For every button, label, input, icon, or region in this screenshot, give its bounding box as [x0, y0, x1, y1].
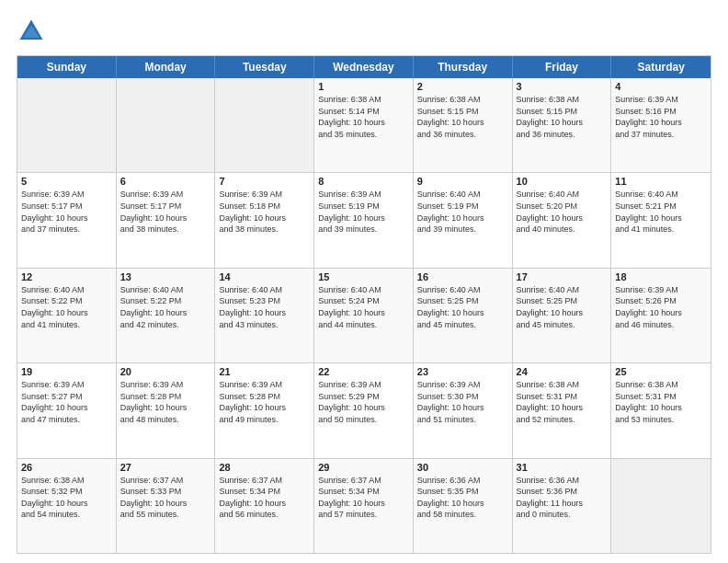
day-number: 28	[219, 462, 310, 473]
calendar-day: 5Sunrise: 6:39 AM Sunset: 5:17 PM Daylig…	[17, 173, 117, 267]
logo-icon	[17, 17, 46, 46]
calendar-day: 15Sunrise: 6:40 AM Sunset: 5:24 PM Dayli…	[314, 269, 414, 362]
calendar-day: 24Sunrise: 6:38 AM Sunset: 5:31 PM Dayli…	[513, 363, 612, 457]
day-info: Sunrise: 6:39 AM Sunset: 5:28 PM Dayligh…	[219, 379, 310, 425]
day-info: Sunrise: 6:40 AM Sunset: 5:23 PM Dayligh…	[219, 284, 310, 330]
day-info: Sunrise: 6:40 AM Sunset: 5:20 PM Dayligh…	[517, 189, 608, 235]
day-number: 8	[318, 176, 409, 187]
day-info: Sunrise: 6:38 AM Sunset: 5:15 PM Dayligh…	[517, 94, 608, 140]
day-number: 12	[21, 271, 112, 282]
day-number: 2	[417, 81, 508, 92]
day-number: 18	[615, 271, 707, 282]
calendar-header: SundayMondayTuesdayWednesdayThursdayFrid…	[17, 56, 711, 78]
calendar-day: 21Sunrise: 6:39 AM Sunset: 5:28 PM Dayli…	[215, 363, 314, 457]
logo	[17, 17, 51, 46]
day-info: Sunrise: 6:39 AM Sunset: 5:28 PM Dayligh…	[120, 379, 211, 425]
day-info: Sunrise: 6:40 AM Sunset: 5:25 PM Dayligh…	[417, 284, 508, 330]
day-number: 11	[615, 176, 707, 187]
calendar-day: 29Sunrise: 6:37 AM Sunset: 5:34 PM Dayli…	[314, 459, 414, 553]
calendar-day: 23Sunrise: 6:39 AM Sunset: 5:30 PM Dayli…	[414, 363, 513, 457]
day-number: 14	[219, 271, 310, 282]
day-number: 26	[21, 462, 112, 473]
calendar-row: 12Sunrise: 6:40 AM Sunset: 5:22 PM Dayli…	[17, 269, 711, 363]
calendar-day: 9Sunrise: 6:40 AM Sunset: 5:19 PM Daylig…	[414, 173, 513, 267]
day-number: 1	[318, 81, 409, 92]
day-info: Sunrise: 6:38 AM Sunset: 5:31 PM Dayligh…	[517, 379, 608, 425]
day-number: 19	[21, 366, 112, 377]
page: SundayMondayTuesdayWednesdayThursdayFrid…	[0, 0, 728, 563]
calendar-day: 2Sunrise: 6:38 AM Sunset: 5:15 PM Daylig…	[414, 78, 513, 172]
calendar-day: 22Sunrise: 6:39 AM Sunset: 5:29 PM Dayli…	[314, 363, 414, 457]
day-info: Sunrise: 6:38 AM Sunset: 5:15 PM Dayligh…	[417, 94, 508, 140]
calendar-day: 6Sunrise: 6:39 AM Sunset: 5:17 PM Daylig…	[117, 173, 216, 267]
day-number: 27	[120, 462, 211, 473]
day-number: 7	[219, 176, 310, 187]
weekday-header: Wednesday	[314, 56, 414, 78]
day-info: Sunrise: 6:40 AM Sunset: 5:21 PM Dayligh…	[615, 189, 707, 235]
day-number: 21	[219, 366, 310, 377]
calendar-day: 31Sunrise: 6:36 AM Sunset: 5:36 PM Dayli…	[513, 459, 612, 553]
day-number: 9	[417, 176, 508, 187]
day-info: Sunrise: 6:40 AM Sunset: 5:22 PM Dayligh…	[21, 284, 112, 330]
calendar-day: 13Sunrise: 6:40 AM Sunset: 5:22 PM Dayli…	[117, 269, 216, 362]
day-info: Sunrise: 6:36 AM Sunset: 5:36 PM Dayligh…	[517, 475, 608, 521]
day-info: Sunrise: 6:37 AM Sunset: 5:34 PM Dayligh…	[318, 475, 409, 521]
day-info: Sunrise: 6:40 AM Sunset: 5:22 PM Dayligh…	[120, 284, 211, 330]
calendar-empty	[117, 78, 216, 172]
calendar: SundayMondayTuesdayWednesdayThursdayFrid…	[17, 55, 711, 554]
day-number: 13	[120, 271, 211, 282]
calendar-day: 16Sunrise: 6:40 AM Sunset: 5:25 PM Dayli…	[414, 269, 513, 362]
weekday-header: Thursday	[414, 56, 513, 78]
day-info: Sunrise: 6:39 AM Sunset: 5:17 PM Dayligh…	[120, 189, 211, 235]
calendar-day: 8Sunrise: 6:39 AM Sunset: 5:19 PM Daylig…	[314, 173, 414, 267]
day-info: Sunrise: 6:39 AM Sunset: 5:27 PM Dayligh…	[21, 379, 112, 425]
calendar-row: 26Sunrise: 6:38 AM Sunset: 5:32 PM Dayli…	[17, 459, 711, 553]
day-info: Sunrise: 6:36 AM Sunset: 5:35 PM Dayligh…	[417, 475, 508, 521]
day-info: Sunrise: 6:39 AM Sunset: 5:30 PM Dayligh…	[417, 379, 508, 425]
day-info: Sunrise: 6:38 AM Sunset: 5:31 PM Dayligh…	[615, 379, 707, 425]
day-number: 10	[517, 176, 608, 187]
calendar-day: 11Sunrise: 6:40 AM Sunset: 5:21 PM Dayli…	[611, 173, 711, 267]
weekday-header: Tuesday	[215, 56, 314, 78]
day-info: Sunrise: 6:40 AM Sunset: 5:24 PM Dayligh…	[318, 284, 409, 330]
day-number: 22	[318, 366, 409, 377]
day-number: 23	[417, 366, 508, 377]
day-info: Sunrise: 6:37 AM Sunset: 5:34 PM Dayligh…	[219, 475, 310, 521]
calendar-empty	[215, 78, 314, 172]
calendar-row: 19Sunrise: 6:39 AM Sunset: 5:27 PM Dayli…	[17, 363, 711, 458]
day-number: 29	[318, 462, 409, 473]
calendar-row: 5Sunrise: 6:39 AM Sunset: 5:17 PM Daylig…	[17, 173, 711, 268]
calendar-day: 19Sunrise: 6:39 AM Sunset: 5:27 PM Dayli…	[17, 363, 117, 457]
calendar-empty	[17, 78, 117, 172]
header	[17, 17, 711, 46]
calendar-day: 25Sunrise: 6:38 AM Sunset: 5:31 PM Dayli…	[611, 363, 711, 457]
day-info: Sunrise: 6:38 AM Sunset: 5:14 PM Dayligh…	[318, 94, 409, 140]
calendar-day: 26Sunrise: 6:38 AM Sunset: 5:32 PM Dayli…	[17, 459, 117, 553]
calendar-day: 3Sunrise: 6:38 AM Sunset: 5:15 PM Daylig…	[513, 78, 612, 172]
day-info: Sunrise: 6:39 AM Sunset: 5:29 PM Dayligh…	[318, 379, 409, 425]
calendar-day: 27Sunrise: 6:37 AM Sunset: 5:33 PM Dayli…	[117, 459, 216, 553]
calendar-day: 4Sunrise: 6:39 AM Sunset: 5:16 PM Daylig…	[611, 78, 711, 172]
day-number: 17	[517, 271, 608, 282]
day-info: Sunrise: 6:37 AM Sunset: 5:33 PM Dayligh…	[120, 475, 211, 521]
weekday-header: Saturday	[611, 56, 711, 78]
day-number: 3	[517, 81, 608, 92]
day-info: Sunrise: 6:38 AM Sunset: 5:32 PM Dayligh…	[21, 475, 112, 521]
day-info: Sunrise: 6:40 AM Sunset: 5:25 PM Dayligh…	[517, 284, 608, 330]
weekday-header: Friday	[513, 56, 612, 78]
day-number: 16	[417, 271, 508, 282]
calendar-body: 1Sunrise: 6:38 AM Sunset: 5:14 PM Daylig…	[17, 78, 711, 553]
calendar-day: 20Sunrise: 6:39 AM Sunset: 5:28 PM Dayli…	[117, 363, 216, 457]
weekday-header: Monday	[117, 56, 216, 78]
calendar-day: 7Sunrise: 6:39 AM Sunset: 5:18 PM Daylig…	[215, 173, 314, 267]
day-info: Sunrise: 6:39 AM Sunset: 5:16 PM Dayligh…	[615, 94, 707, 140]
calendar-day: 18Sunrise: 6:39 AM Sunset: 5:26 PM Dayli…	[611, 269, 711, 362]
day-info: Sunrise: 6:39 AM Sunset: 5:26 PM Dayligh…	[615, 284, 707, 330]
day-number: 15	[318, 271, 409, 282]
day-number: 4	[615, 81, 707, 92]
calendar-day: 30Sunrise: 6:36 AM Sunset: 5:35 PM Dayli…	[414, 459, 513, 553]
day-info: Sunrise: 6:39 AM Sunset: 5:17 PM Dayligh…	[21, 189, 112, 235]
day-number: 30	[417, 462, 508, 473]
calendar-day: 10Sunrise: 6:40 AM Sunset: 5:20 PM Dayli…	[513, 173, 612, 267]
day-number: 25	[615, 366, 707, 377]
